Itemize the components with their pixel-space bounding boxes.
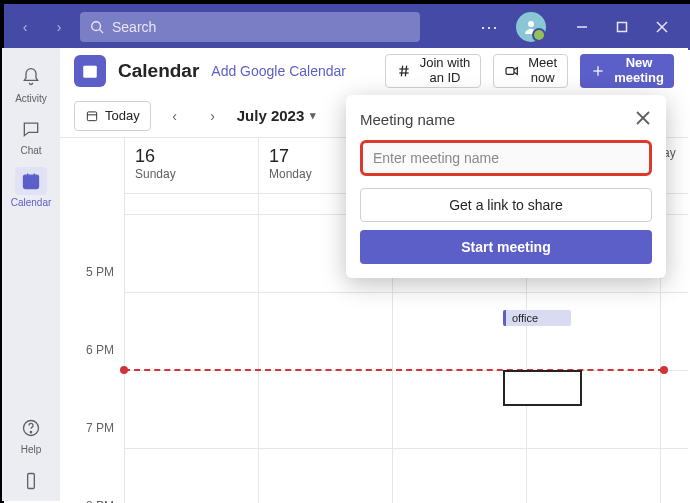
start-meeting-button[interactable]: Start meeting bbox=[360, 230, 652, 264]
time-gutter: 5 PM 6 PM 7 PM 8 PM bbox=[60, 194, 124, 503]
search-icon bbox=[90, 20, 104, 34]
more-menu-button[interactable]: ⋯ bbox=[472, 16, 508, 38]
app-rail: Activity Chat Calendar Help bbox=[2, 48, 60, 501]
close-window-button[interactable] bbox=[642, 12, 682, 42]
today-button[interactable]: Today bbox=[74, 101, 151, 131]
day-header[interactable]: 16 Sunday bbox=[124, 138, 258, 193]
rail-label: Activity bbox=[15, 93, 47, 104]
event-chip[interactable]: office bbox=[503, 310, 571, 326]
rail-item-device[interactable] bbox=[4, 461, 58, 501]
title-bar: ‹ › Search ⋯ bbox=[4, 4, 690, 50]
svg-point-0 bbox=[92, 22, 101, 31]
svg-line-19 bbox=[405, 66, 406, 77]
join-with-id-button[interactable]: Join withan ID bbox=[385, 54, 482, 88]
chat-icon bbox=[21, 119, 41, 139]
user-avatar[interactable] bbox=[516, 12, 546, 42]
rail-item-activity[interactable]: Activity bbox=[4, 58, 58, 108]
device-icon bbox=[21, 471, 41, 491]
add-google-calendar-link[interactable]: Add Google Calendar bbox=[211, 63, 346, 79]
calendar-small-icon bbox=[85, 109, 99, 123]
day-column[interactable] bbox=[124, 194, 258, 503]
svg-rect-23 bbox=[87, 111, 96, 120]
rail-item-calendar[interactable]: Calendar bbox=[4, 162, 58, 212]
meet-now-button[interactable]: Meetnow bbox=[493, 54, 568, 88]
svg-point-2 bbox=[528, 21, 534, 27]
close-icon bbox=[636, 111, 650, 125]
search-input[interactable]: Search bbox=[80, 12, 420, 42]
rail-item-chat[interactable]: Chat bbox=[4, 110, 58, 160]
popover-title: Meeting name bbox=[360, 111, 652, 128]
svg-point-12 bbox=[30, 431, 31, 432]
calendar-app-icon bbox=[74, 55, 106, 87]
new-meeting-button[interactable]: Newmeeting bbox=[580, 54, 674, 88]
page-title: Calendar bbox=[118, 60, 199, 82]
search-placeholder: Search bbox=[112, 19, 156, 35]
rail-label: Chat bbox=[20, 145, 41, 156]
nav-back-button[interactable]: ‹ bbox=[12, 14, 38, 40]
window-controls bbox=[562, 12, 682, 42]
calendar-header: Calendar Add Google Calendar Join withan… bbox=[60, 48, 688, 94]
nav-forward-button[interactable]: › bbox=[46, 14, 72, 40]
maximize-button[interactable] bbox=[602, 12, 642, 42]
close-popover-button[interactable] bbox=[634, 109, 652, 127]
rail-label: Calendar bbox=[11, 197, 52, 208]
calendar-icon bbox=[21, 171, 41, 191]
svg-rect-13 bbox=[28, 474, 35, 489]
minimize-button[interactable] bbox=[562, 12, 602, 42]
meet-now-popover: Meeting name Get a link to share Start m… bbox=[346, 95, 666, 278]
month-picker[interactable]: July 2023 ▾ bbox=[237, 107, 317, 124]
chevron-down-icon: ▾ bbox=[310, 109, 316, 122]
svg-line-18 bbox=[401, 66, 402, 77]
help-icon bbox=[21, 418, 41, 438]
get-link-button[interactable]: Get a link to share bbox=[360, 188, 652, 222]
meeting-name-input[interactable] bbox=[360, 140, 652, 176]
svg-line-1 bbox=[100, 30, 104, 34]
plus-icon bbox=[590, 63, 606, 79]
svg-rect-4 bbox=[618, 23, 627, 32]
current-time-indicator bbox=[124, 369, 664, 371]
hash-icon bbox=[396, 63, 412, 79]
video-icon bbox=[504, 63, 520, 79]
person-icon bbox=[523, 19, 539, 35]
next-period-button[interactable]: › bbox=[199, 102, 227, 130]
bell-icon bbox=[21, 67, 41, 87]
rail-label: Help bbox=[21, 444, 42, 455]
svg-rect-15 bbox=[83, 66, 97, 70]
svg-rect-7 bbox=[24, 175, 39, 188]
rail-item-help[interactable]: Help bbox=[4, 409, 58, 459]
svg-rect-20 bbox=[506, 68, 514, 75]
prev-period-button[interactable]: ‹ bbox=[161, 102, 189, 130]
